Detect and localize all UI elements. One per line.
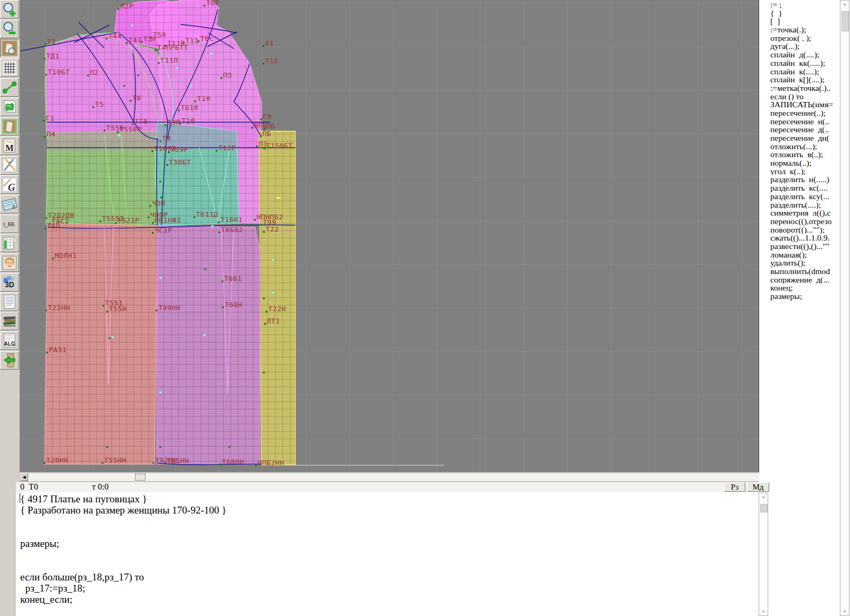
point-marker[interactable]: [117, 8, 119, 10]
portrait-button[interactable]: [0, 253, 19, 272]
command-item[interactable]: ломаная();: [770, 251, 838, 259]
control-point-marker[interactable]: [131, 24, 133, 27]
command-item[interactable]: сопряжение д(...: [770, 276, 838, 284]
point-marker[interactable]: [106, 311, 108, 312]
point-marker[interactable]: [218, 232, 220, 233]
point-marker[interactable]: [194, 100, 196, 102]
point-marker[interactable]: [262, 45, 264, 47]
point-marker[interactable]: [256, 146, 258, 147]
command-item[interactable]: [ ]: [770, 17, 838, 25]
command-item[interactable]: :=точка(.);: [770, 25, 838, 34]
point-marker[interactable]: [158, 62, 159, 64]
notch-marker[interactable]: [276, 197, 281, 199]
point-marker[interactable]: [178, 109, 180, 111]
point-marker[interactable]: [266, 311, 267, 312]
point-marker[interactable]: [46, 352, 48, 353]
point-marker[interactable]: [43, 120, 45, 122]
command-item[interactable]: := ;: [770, 1, 838, 9]
zoom-in-button[interactable]: [0, 0, 19, 19]
command-item[interactable]: сплайн д(....);: [770, 50, 838, 59]
command-panel-scrollbar[interactable]: ^ ^: [840, 0, 849, 616]
ruler-8-button[interactable]: 8: [0, 195, 19, 213]
drafting-tools-button[interactable]: [0, 156, 19, 175]
point-marker[interactable]: [44, 136, 46, 138]
point-marker[interactable]: [262, 63, 264, 64]
control-point-marker[interactable]: [272, 292, 274, 294]
point-marker[interactable]: [263, 297, 265, 299]
grid-button[interactable]: [0, 58, 19, 77]
point-marker[interactable]: [44, 58, 45, 59]
point-marker[interactable]: [159, 140, 161, 142]
drawing-area[interactable]: Л2РТОРТ1ТД1Т44Т41Т3РТ50Т11РТ11Т6сТ4ПР6ТТ…: [20, 0, 759, 472]
point-marker[interactable]: [222, 280, 223, 282]
point-marker[interactable]: [45, 217, 47, 219]
command-item[interactable]: сжать(()...1.1.0.9.: [770, 234, 838, 242]
command-item[interactable]: пересечение д(..: [770, 125, 838, 134]
control-point-marker[interactable]: [112, 336, 114, 338]
chevron-up-icon[interactable]: ^: [759, 494, 768, 503]
command-item[interactable]: пересечение дн(: [770, 134, 838, 142]
command-item[interactable]: пересечение н(..: [770, 117, 838, 126]
point-marker[interactable]: [193, 216, 195, 218]
command-item[interactable]: { }: [770, 9, 838, 18]
control-point-marker[interactable]: [211, 225, 214, 227]
command-item[interactable]: симметрия л((),с: [770, 209, 838, 217]
book-arrow-button[interactable]: [0, 351, 19, 370]
point-marker[interactable]: [52, 258, 54, 259]
point-marker[interactable]: [219, 464, 221, 465]
point-marker[interactable]: [263, 231, 265, 233]
control-point-marker[interactable]: [118, 134, 120, 136]
measure-button[interactable]: [0, 78, 19, 97]
point-marker[interactable]: [255, 465, 257, 466]
command-item[interactable]: перенос((),отрезо: [770, 217, 838, 226]
command-item[interactable]: отрезок( . );: [770, 34, 838, 42]
point-marker[interactable]: [148, 217, 149, 218]
point-marker[interactable]: [87, 74, 89, 76]
point-marker[interactable]: [106, 38, 107, 39]
point-marker[interactable]: [203, 5, 205, 6]
point-marker[interactable]: [92, 106, 94, 108]
canvas-hscrollbar[interactable]: ◀ ▶: [20, 473, 769, 482]
md-button[interactable]: Мд: [747, 482, 769, 492]
point-marker[interactable]: [132, 123, 133, 125]
point-marker[interactable]: [222, 306, 224, 308]
point-marker[interactable]: [251, 127, 253, 129]
point-marker[interactable]: [123, 85, 125, 87]
point-marker[interactable]: [45, 44, 46, 45]
command-item[interactable]: если () то: [770, 92, 838, 101]
point-marker[interactable]: [159, 446, 161, 448]
point-marker[interactable]: [218, 221, 219, 223]
command-item[interactable]: удалить();: [770, 259, 838, 267]
point-marker[interactable]: [137, 74, 139, 76]
three-d-button[interactable]: 3D: [0, 273, 19, 292]
editor-scroll-thumb[interactable]: [760, 504, 768, 512]
command-item[interactable]: ЗАПИСАТЬ(имя=: [770, 100, 838, 109]
point-marker[interactable]: [101, 462, 103, 464]
point-marker[interactable]: [216, 150, 217, 151]
control-point-marker[interactable]: [159, 391, 162, 393]
pattern-canvas[interactable]: Л2РТОРТ1ТД1Т44Т41Т3РТ50Т11РТ11Т6сТ4ПР6ТТ…: [20, 0, 759, 472]
point-marker[interactable]: [152, 462, 154, 464]
command-item[interactable]: сплайн к[](....);: [770, 75, 838, 84]
point-marker[interactable]: [155, 49, 156, 51]
command-item[interactable]: дуга(...);: [770, 42, 838, 50]
map-sheet-button[interactable]: [0, 98, 19, 116]
command-item[interactable]: угол к(..);: [770, 167, 838, 176]
point-marker[interactable]: [44, 228, 46, 229]
command-item[interactable]: отложить в(..);: [770, 150, 838, 159]
control-point-marker[interactable]: [203, 334, 206, 336]
spreadsheet-button[interactable]: [0, 234, 19, 252]
program-editor[interactable]: { 4917 Платье на пуговицах }{ Разработан…: [16, 492, 759, 616]
chevron-down-icon[interactable]: ^: [759, 606, 768, 614]
command-item[interactable]: развести((),()..."": [770, 242, 838, 251]
point-marker[interactable]: [151, 150, 153, 152]
point-marker[interactable]: [264, 323, 266, 324]
point-marker[interactable]: [159, 181, 161, 182]
control-point-marker[interactable]: [210, 53, 212, 55]
command-scroll-thumb[interactable]: [842, 11, 849, 31]
canvas-hscroll-thumb[interactable]: [135, 474, 146, 481]
point-marker[interactable]: [130, 100, 131, 101]
point-marker[interactable]: [109, 337, 110, 339]
editor-scrollbar[interactable]: ^ ^: [759, 493, 768, 616]
point-marker[interactable]: [45, 310, 47, 311]
